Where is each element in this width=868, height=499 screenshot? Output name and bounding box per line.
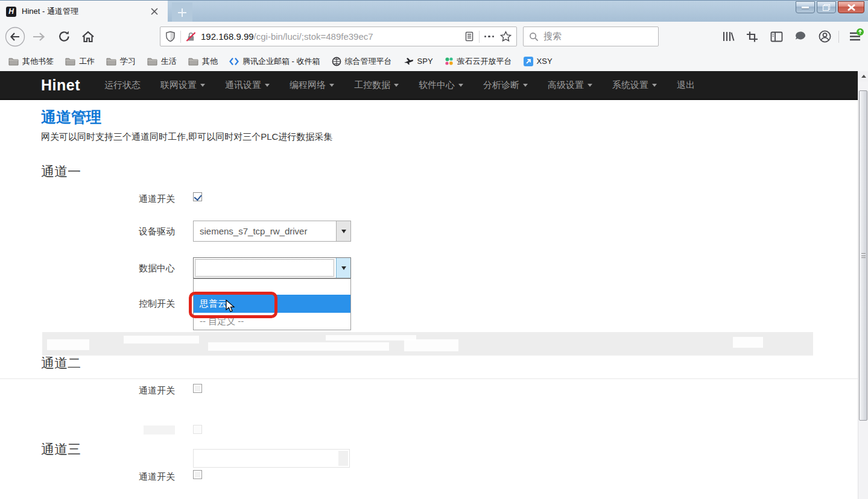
page-title: 通道管理 (41, 107, 101, 127)
folder-icon (188, 57, 198, 66)
channel1-datacenter-label: 数据中心 (41, 263, 175, 274)
bookmark-folder-misc[interactable]: 其他 (188, 56, 218, 67)
tracking-shield-icon[interactable] (165, 31, 176, 42)
reader-mode-icon[interactable] (464, 31, 474, 42)
folder-icon (8, 57, 19, 66)
nav-system-settings[interactable]: 系统设置 (612, 80, 657, 91)
nav-run-status[interactable]: 运行状态 (104, 80, 141, 91)
nav-programming-network[interactable]: 编程网络 (290, 80, 334, 91)
device-driver-value: siemens_s7_tcp_rw_driver (200, 226, 307, 236)
bookmark-folder-life[interactable]: 生活 (147, 56, 177, 67)
channel2-switch-checkbox[interactable] (193, 384, 202, 393)
bookmark-folder-work[interactable]: 工作 (65, 56, 95, 67)
channel1-control-label: 控制开关 (41, 298, 175, 310)
site-navbar: Hinet 运行状态 联网设置 通讯设置 编程网络 工控数据 软件中心 分析诊断… (0, 71, 858, 100)
nav-industrial-data[interactable]: 工控数据 (354, 80, 399, 91)
bookmark-ezviz[interactable]: 萤石云开放平台 (445, 56, 512, 67)
minimize-icon (802, 7, 809, 8)
forward-button[interactable] (29, 22, 48, 51)
bookmark-spy[interactable]: SPY (404, 57, 433, 66)
nav-diagnostics[interactable]: 分析诊断 (483, 80, 528, 91)
restore-button[interactable] (817, 1, 836, 13)
channel1-heading: 通道一 (41, 163, 81, 181)
channel1-driver-label: 设备驱动 (41, 226, 175, 237)
bookmark-folder-study[interactable]: 学习 (106, 56, 136, 67)
account-button[interactable] (816, 22, 834, 51)
mouse-cursor-icon (226, 300, 236, 313)
nav-comm-settings[interactable]: 通讯设置 (225, 80, 270, 91)
close-button[interactable] (838, 1, 864, 13)
focus-outline (195, 259, 334, 277)
new-tab-button[interactable] (172, 2, 192, 22)
xsy-arrow-icon (524, 57, 533, 66)
repaint-artifact-band (42, 332, 813, 356)
datacenter-select[interactable] (193, 257, 351, 278)
scrollbar-grip-icon (861, 253, 866, 258)
page-scrollbar[interactable] (858, 71, 868, 499)
chevron-down-icon (265, 84, 270, 87)
triangle-up-icon (861, 75, 866, 78)
nav-software-center[interactable]: 软件中心 (419, 80, 463, 91)
sidebar-button[interactable] (767, 22, 785, 51)
select-arrow-button[interactable] (336, 221, 350, 241)
divider (838, 31, 839, 43)
tab-close-icon[interactable] (147, 4, 162, 19)
window-controls (796, 1, 864, 13)
page-actions-icon[interactable] (484, 36, 495, 38)
channel3-switch-label: 通道开关 (41, 471, 175, 483)
minimize-button[interactable] (796, 1, 815, 13)
url-bar[interactable]: 192.168.9.99 /cgi-bin/luci/;stok=489fe39… (160, 27, 517, 46)
tencent-mail-icon (229, 57, 239, 66)
search-placeholder: 搜索 (543, 31, 562, 42)
library-button[interactable] (719, 22, 737, 51)
repaint-artifact-input (193, 449, 350, 468)
messages-button[interactable] (791, 22, 809, 51)
home-button[interactable] (78, 22, 98, 51)
url-host: 192.168.9.99 (201, 31, 254, 42)
chevron-down-icon (523, 84, 528, 87)
search-icon (529, 32, 539, 42)
browser-toolbar: 192.168.9.99 /cgi-bin/luci/;stok=489fe39… (0, 22, 868, 51)
chevron-down-icon (200, 84, 205, 87)
divider (180, 31, 181, 43)
insecure-lock-icon[interactable] (186, 31, 196, 42)
channel1-switch-checkbox[interactable] (193, 192, 202, 201)
menu-button[interactable] (844, 22, 865, 51)
screenshot-button[interactable] (743, 22, 761, 51)
page-content: 通道管理 网关可以同时支持三个通道同时工作,即可以同时对三个PLC进行数据采集 … (0, 100, 858, 499)
scrollbar-up-button[interactable] (858, 71, 868, 81)
channel3-switch-checkbox[interactable] (193, 470, 202, 479)
nav-logout[interactable]: 退出 (677, 80, 695, 91)
folder-icon (106, 57, 116, 66)
scrollbar-thumb[interactable] (859, 90, 867, 421)
window-titlebar: H Hinet - 通道管理 (0, 0, 868, 22)
folder-icon (147, 57, 157, 66)
nav-advanced-settings[interactable]: 高级设置 (548, 80, 592, 91)
channel1-switch-label: 通道开关 (41, 193, 175, 205)
refresh-button[interactable] (54, 22, 74, 51)
search-input[interactable]: 搜索 (523, 27, 659, 46)
repaint-artifact-label (144, 425, 175, 435)
channel2-switch-label: 通道开关 (41, 385, 175, 397)
spy-icon (404, 57, 414, 65)
back-button[interactable] (4, 22, 27, 51)
select-arrow-button[interactable] (336, 258, 350, 278)
chevron-down-icon (588, 84, 592, 87)
browser-tab[interactable]: H Hinet - 通道管理 (0, 1, 168, 22)
repaint-artifact-checkbox (193, 425, 202, 434)
restore-icon (823, 4, 830, 11)
url-path: /cgi-bin/luci/;stok=489fe39ec7 (254, 31, 464, 42)
device-driver-select[interactable]: siemens_s7_tcp_rw_driver (193, 221, 351, 242)
bookmark-xsy[interactable]: XSY (524, 57, 553, 66)
bookmark-tencent-mail[interactable]: 腾讯企业邮箱 - 收件箱 (229, 56, 320, 67)
bookmark-mgmt-platform[interactable]: 综合管理平台 (332, 56, 392, 67)
globe-icon (332, 57, 341, 66)
chevron-down-icon (341, 266, 346, 270)
brand-logo[interactable]: Hinet (41, 77, 80, 94)
bookmark-folder-other[interactable]: 其他书签 (8, 56, 54, 67)
nav-network-settings[interactable]: 联网设置 (160, 80, 205, 91)
chevron-down-icon (394, 84, 399, 87)
nav-items: 运行状态 联网设置 通讯设置 编程网络 工控数据 软件中心 分析诊断 高级设置 … (104, 80, 715, 91)
bookmark-star-icon[interactable] (500, 31, 512, 42)
chevron-down-icon (329, 84, 334, 87)
